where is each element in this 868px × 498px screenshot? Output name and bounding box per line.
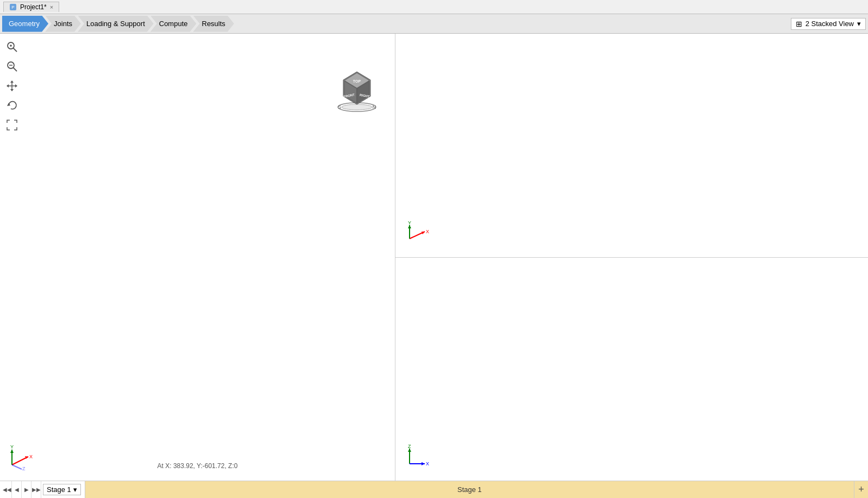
tab-joints[interactable]: Joints [45,16,81,32]
viewport-right-top[interactable]: X Y [395,34,868,258]
nav-tabs: Geometry Joints Loading & Support Comput… [2,14,231,33]
svg-text:Y: Y [408,220,411,226]
stage-nav-next[interactable]: ▶ [22,481,32,498]
coord-display: At X: 383.92, Y:-601.72, Z:0 [158,462,238,470]
stage-selector: ◀◀ ◀ ▶ ▶▶ Stage 1 ▾ [0,481,85,498]
svg-marker-13 [7,84,9,88]
svg-text:X: X [426,461,429,466]
axis-indicator-right-top: X Y [404,220,431,248]
stage-dropdown[interactable]: Stage 1 ▾ [43,484,81,495]
svg-text:TOP: TOP [353,79,361,83]
stage-nav-prev[interactable]: ◀ [12,481,22,498]
svg-text:N: N [373,104,376,110]
title-bar: P Project1* × [0,0,868,14]
zoom-area-button[interactable] [4,39,20,54]
svg-point-17 [342,104,372,110]
chevron-down-icon: ▾ [857,20,861,28]
add-stage-button[interactable]: + [854,481,868,498]
viewport-left[interactable]: TOP FRONT RIGHT S N At X: 383.92, Y:-601… [0,34,395,481]
svg-text:X: X [426,229,429,234]
viewport-right: X Y Z X [395,34,868,481]
view-selector-icon: ⊞ [796,20,802,28]
svg-marker-30 [10,450,14,453]
svg-line-3 [14,48,17,52]
tab-loading-support[interactable]: Loading & Support [78,16,154,32]
svg-text:X: X [29,454,33,459]
svg-marker-44 [422,462,425,465]
stage-dropdown-chevron: ▾ [73,485,77,494]
view-selector-label: 2 Stacked View [806,20,854,28]
tab-results[interactable]: Results [193,16,234,32]
svg-marker-11 [10,80,14,83]
fit-view-button[interactable] [4,117,20,133]
main-area: TOP FRONT RIGHT S N At X: 383.92, Y:-601… [0,34,868,481]
project-icon: P [9,3,17,11]
svg-line-31 [12,465,22,469]
close-tab-button[interactable]: × [50,4,53,10]
navigation-cube[interactable]: TOP FRONT RIGHT S N [335,66,379,117]
svg-line-7 [14,68,17,72]
coord-text: At X: 383.92, Y:-601.72, Z:0 [158,462,238,470]
stage-dropdown-label: Stage 1 [47,485,71,494]
status-bar: ◀◀ ◀ ▶ ▶▶ Stage 1 ▾ Stage 1 + [0,481,868,498]
left-toolbar [4,39,20,133]
stage-nav-last[interactable]: ▶▶ [32,481,41,498]
svg-marker-12 [10,89,14,91]
svg-text:S: S [338,104,341,110]
svg-marker-14 [15,84,17,88]
svg-text:Z: Z [408,444,411,449]
tab-geometry[interactable]: Geometry [2,16,48,32]
tab-compute[interactable]: Compute [150,16,197,32]
nav-bar: Geometry Joints Loading & Support Comput… [0,14,868,34]
axis-indicator-left: X Y Z [7,443,34,472]
stage-center-label: Stage 1 [85,485,854,494]
viewport-right-bottom[interactable]: Z X [395,258,868,481]
svg-text:P: P [11,5,14,10]
svg-text:Z: Z [22,466,26,470]
axis-indicator-right-bottom: Z X [404,443,431,472]
undo-button[interactable] [4,98,20,113]
view-selector-dropdown[interactable]: ⊞ 2 Stacked View ▾ [791,18,866,30]
svg-text:Y: Y [10,444,14,450]
zoom-out-button[interactable] [4,59,20,74]
stage-nav-first[interactable]: ◀◀ [2,481,12,498]
project-tab[interactable]: P Project1* × [3,2,59,12]
pan-button[interactable] [4,78,20,94]
project-tab-label: Project1* [20,3,47,11]
